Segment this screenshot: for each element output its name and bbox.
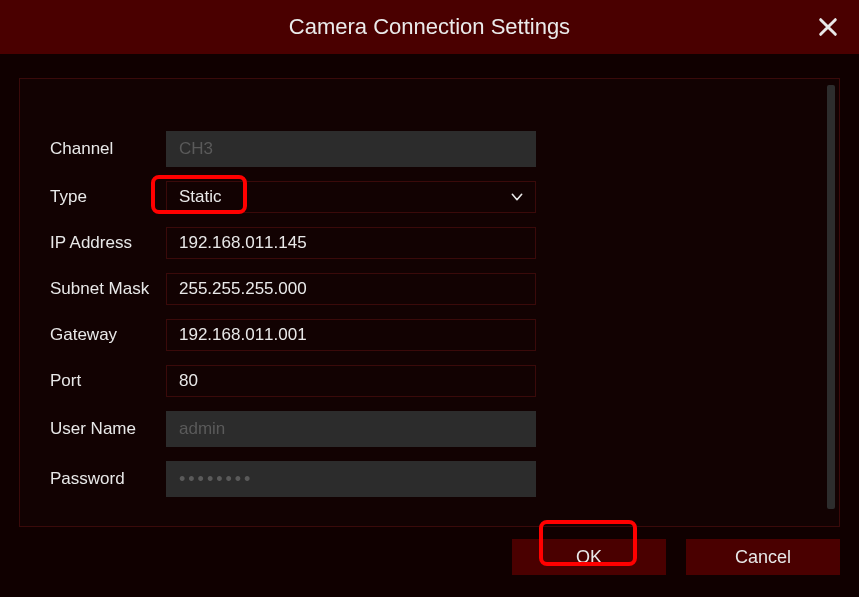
ip-row: IP Address 192.168.011.145	[50, 227, 536, 259]
password-mask: ••••••••	[179, 469, 253, 490]
gateway-row: Gateway 192.168.011.001	[50, 319, 536, 351]
gateway-label: Gateway	[50, 325, 166, 345]
username-field: admin	[166, 411, 536, 447]
content-panel: Channel CH3 Type Static IP Address 192.1…	[19, 78, 840, 527]
cancel-button[interactable]: Cancel	[686, 539, 840, 575]
username-value: admin	[179, 419, 225, 439]
port-label: Port	[50, 371, 166, 391]
type-label: Type	[50, 187, 166, 207]
gateway-value: 192.168.011.001	[179, 325, 307, 345]
ip-label: IP Address	[50, 233, 166, 253]
ip-value: 192.168.011.145	[179, 233, 307, 253]
port-row: Port 80	[50, 365, 536, 397]
channel-row: Channel CH3	[50, 131, 536, 167]
password-field: ••••••••	[166, 461, 536, 497]
username-row: User Name admin	[50, 411, 536, 447]
type-value: Static	[179, 187, 222, 207]
chevron-down-icon	[509, 189, 525, 205]
password-label: Password	[50, 469, 166, 489]
channel-field: CH3	[166, 131, 536, 167]
close-icon	[817, 16, 839, 38]
dialog-title: Camera Connection Settings	[289, 14, 570, 40]
ip-field[interactable]: 192.168.011.145	[166, 227, 536, 259]
username-label: User Name	[50, 419, 166, 439]
settings-form: Channel CH3 Type Static IP Address 192.1…	[50, 131, 536, 497]
type-select[interactable]: Static	[166, 181, 536, 213]
password-row: Password ••••••••	[50, 461, 536, 497]
dialog-footer: OK Cancel	[512, 539, 840, 575]
titlebar: Camera Connection Settings	[0, 0, 859, 54]
ok-button[interactable]: OK	[512, 539, 666, 575]
dialog-window: Camera Connection Settings Channel CH3 T…	[0, 0, 859, 597]
subnet-row: Subnet Mask 255.255.255.000	[50, 273, 536, 305]
subnet-field[interactable]: 255.255.255.000	[166, 273, 536, 305]
close-button[interactable]	[815, 14, 841, 40]
type-row: Type Static	[50, 181, 536, 213]
port-field[interactable]: 80	[166, 365, 536, 397]
port-value: 80	[179, 371, 198, 391]
gateway-field[interactable]: 192.168.011.001	[166, 319, 536, 351]
channel-value: CH3	[179, 139, 213, 159]
scrollbar[interactable]	[827, 85, 835, 509]
subnet-label: Subnet Mask	[50, 279, 166, 299]
channel-label: Channel	[50, 139, 166, 159]
subnet-value: 255.255.255.000	[179, 279, 307, 299]
